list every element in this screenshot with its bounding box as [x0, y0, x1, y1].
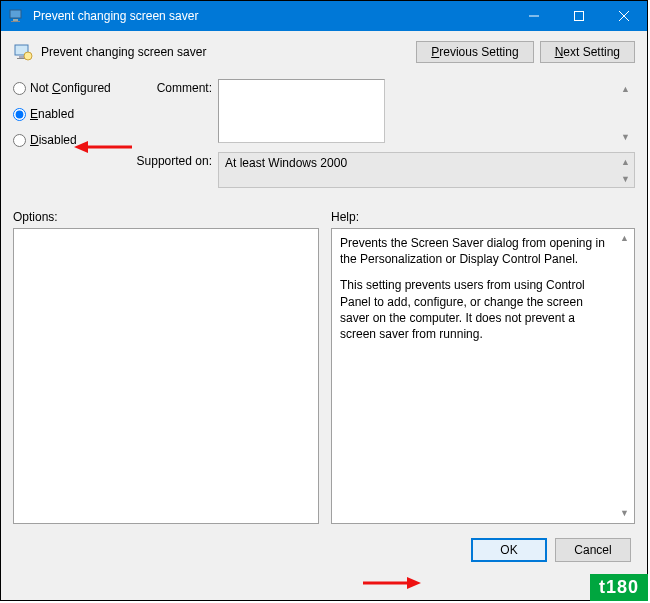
svg-rect-0: [10, 10, 21, 18]
minimize-button[interactable]: [511, 1, 556, 31]
svg-rect-2: [11, 21, 20, 22]
window-title: Prevent changing screen saver: [33, 9, 511, 23]
radio-disabled-label[interactable]: Disabled: [30, 133, 77, 147]
scroll-down-icon: ▼: [616, 505, 633, 522]
maximize-button[interactable]: [556, 1, 601, 31]
svg-point-10: [24, 52, 32, 60]
comment-input[interactable]: [218, 79, 385, 143]
svg-rect-1: [13, 19, 18, 21]
comment-label: Comment:: [128, 79, 218, 146]
previous-setting-button[interactable]: Previous Setting: [416, 41, 533, 63]
options-panel: [13, 228, 319, 524]
help-text-1: Prevents the Screen Saver dialog from op…: [340, 235, 614, 267]
scroll-up-icon: ▲: [617, 80, 634, 97]
ok-button[interactable]: OK: [471, 538, 547, 562]
radio-not-configured-label[interactable]: Not Configured: [30, 81, 111, 95]
supported-on-label: Supported on:: [128, 152, 218, 188]
help-panel: Prevents the Screen Saver dialog from op…: [331, 228, 635, 524]
next-setting-button[interactable]: Next Setting: [540, 41, 635, 63]
policy-icon: [13, 42, 33, 62]
cancel-button[interactable]: Cancel: [555, 538, 631, 562]
annotation-arrow-ok: [361, 573, 421, 593]
close-button[interactable]: [601, 1, 647, 31]
radio-disabled[interactable]: [13, 134, 26, 147]
scroll-up-icon: ▲: [616, 230, 633, 247]
svg-rect-8: [19, 56, 24, 58]
radio-enabled[interactable]: [13, 108, 26, 121]
titlebar-icon: [9, 8, 25, 24]
options-label: Options:: [13, 210, 319, 224]
radio-enabled-label[interactable]: Enabled: [30, 107, 74, 121]
svg-marker-14: [407, 577, 421, 589]
help-label: Help:: [331, 210, 635, 224]
supported-on-value: At least Windows 2000: [218, 152, 635, 188]
radio-not-configured[interactable]: [13, 82, 26, 95]
scroll-down-icon: ▼: [617, 128, 634, 145]
page-title: Prevent changing screen saver: [41, 45, 416, 59]
titlebar: Prevent changing screen saver: [1, 1, 647, 31]
watermark: t180: [590, 574, 648, 601]
help-text-2: This setting prevents users from using C…: [340, 277, 614, 342]
svg-rect-4: [574, 12, 583, 21]
